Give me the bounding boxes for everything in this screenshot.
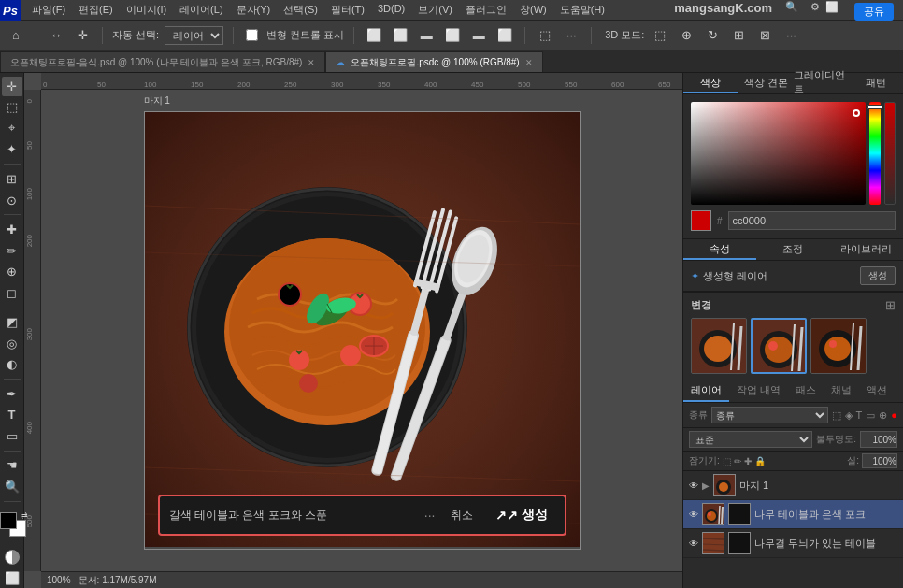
foreground-color[interactable] bbox=[0, 512, 17, 529]
prompt-generate-button[interactable]: ↗ 생성 bbox=[488, 503, 555, 527]
text-tool[interactable]: T bbox=[2, 406, 22, 425]
tab-pattern[interactable]: 패턴 bbox=[848, 73, 903, 93]
filter-active-icon[interactable]: ● bbox=[891, 409, 897, 421]
tab-close-food[interactable]: ✕ bbox=[308, 58, 315, 67]
menu-item-file[interactable]: 파일(F) bbox=[32, 3, 65, 17]
3d-icon-3[interactable]: ↻ bbox=[702, 25, 723, 46]
menu-item-select[interactable]: 선택(S) bbox=[283, 3, 318, 17]
filter-shape-icon[interactable]: ▭ bbox=[866, 409, 875, 422]
tab-history[interactable]: 작업 내역 bbox=[729, 380, 788, 402]
menu-item-help[interactable]: 도움말(H) bbox=[560, 3, 605, 17]
dodge-tool[interactable]: ◐ bbox=[2, 355, 22, 375]
arrow-group[interactable]: ▶ bbox=[702, 480, 710, 491]
lock-pixels-icon[interactable]: ⬚ bbox=[723, 456, 731, 466]
layer-item-wood-table[interactable]: 👁 나무결 무늬가 있는 테이블 bbox=[683, 529, 903, 558]
filter-dropdown[interactable]: 종류 bbox=[711, 407, 828, 423]
menu-item-filter[interactable]: 필터(T) bbox=[331, 3, 365, 17]
eye-table-fork[interactable]: 👁 bbox=[689, 509, 698, 520]
home-icon[interactable]: ⌂ bbox=[6, 25, 26, 46]
alpha-bar[interactable] bbox=[884, 102, 896, 205]
layer-item-table-fork[interactable]: 👁 나무 테이블과 은색 포크 bbox=[683, 500, 903, 529]
grid-icon[interactable]: ⊞ bbox=[885, 298, 896, 312]
filter-adjust-icon[interactable]: ◈ bbox=[845, 409, 853, 422]
magic-wand-tool[interactable]: ✦ bbox=[2, 140, 22, 160]
zoom-tool[interactable]: 🔍 bbox=[2, 477, 22, 496]
opacity-input[interactable] bbox=[860, 431, 897, 448]
align-left-icon[interactable]: ⬜ bbox=[364, 25, 384, 46]
shape-tool[interactable]: ▭ bbox=[2, 426, 22, 446]
pen-tool[interactable]: ✒ bbox=[2, 384, 22, 404]
screen-mode-icon[interactable]: ⬜ bbox=[2, 568, 22, 588]
prompt-cancel-button[interactable]: 취소 bbox=[443, 504, 480, 527]
spot-heal-tool[interactable]: ✚ bbox=[2, 220, 22, 239]
filter-pixel-icon[interactable]: ⬚ bbox=[832, 409, 841, 422]
hand-tool[interactable]: ☚ bbox=[2, 456, 22, 476]
align-right-icon[interactable]: ▬ bbox=[416, 25, 437, 46]
lock-pos-icon[interactable]: ✏ bbox=[734, 456, 741, 466]
hue-bar[interactable] bbox=[869, 102, 881, 205]
tab-channels[interactable]: 채널 bbox=[824, 380, 859, 402]
blur-tool[interactable]: ◎ bbox=[2, 334, 22, 353]
tab-food-psd[interactable]: 오픈채팅프로필-음식.psd @ 100% (나무 테이블과 은색 포크, RG… bbox=[0, 51, 325, 72]
distribute-icon[interactable]: ⬚ bbox=[535, 25, 555, 46]
fill-input[interactable] bbox=[862, 453, 897, 468]
eye-group[interactable]: 👁 bbox=[689, 480, 698, 491]
tab-color[interactable]: 색상 bbox=[683, 73, 738, 93]
tab-gradient[interactable]: 그레이디언트 bbox=[794, 73, 849, 93]
menu-item-3d[interactable]: 3D(D) bbox=[378, 3, 405, 17]
current-color[interactable] bbox=[691, 210, 711, 231]
tab-adjustments[interactable]: 조정 bbox=[756, 239, 829, 260]
generate-button[interactable]: 생성 bbox=[860, 266, 896, 285]
3d-icon-2[interactable]: ⊕ bbox=[676, 25, 696, 46]
menu-item-image[interactable]: 이미지(I) bbox=[126, 3, 166, 17]
auto-select-dropdown[interactable]: 레이어 bbox=[165, 26, 223, 45]
tab-layers[interactable]: 레이어 bbox=[683, 380, 729, 402]
transform-checkbox[interactable] bbox=[246, 29, 258, 41]
tab-libraries[interactable]: 라이브러리 bbox=[830, 239, 903, 260]
align-bottom-icon[interactable]: ⬜ bbox=[494, 25, 515, 46]
more-3d-icon[interactable]: ··· bbox=[781, 25, 801, 46]
eyedropper-tool[interactable]: ⊙ bbox=[2, 191, 22, 210]
arrow-icon[interactable]: ↔ bbox=[46, 25, 66, 46]
clone-stamp-tool[interactable]: ⊕ bbox=[2, 262, 22, 281]
move-icon-toolbar[interactable]: ✛ bbox=[72, 25, 93, 46]
move-tool[interactable]: ✛ bbox=[2, 77, 22, 96]
align-middle-icon[interactable]: ▬ bbox=[468, 25, 489, 46]
menu-item-edit[interactable]: 편집(E) bbox=[79, 3, 113, 17]
tab-close-profile[interactable]: ✕ bbox=[525, 58, 533, 67]
gradient-tool[interactable]: ◩ bbox=[2, 312, 22, 332]
quick-mask-icon[interactable] bbox=[2, 548, 22, 567]
eraser-tool[interactable]: ◻ bbox=[2, 283, 22, 303]
hex-input[interactable] bbox=[728, 211, 896, 230]
eye-wood-table[interactable]: 👁 bbox=[689, 538, 698, 549]
more-toolbar-icon[interactable]: ··· bbox=[561, 25, 581, 46]
variation-1[interactable] bbox=[691, 318, 747, 374]
layer-item-group[interactable]: 👁 ▶ 마지 1 bbox=[683, 471, 903, 500]
filter-text-icon[interactable]: T bbox=[856, 409, 863, 421]
align-top-icon[interactable]: ⬜ bbox=[442, 25, 463, 46]
blend-mode-dropdown[interactable]: 표준 bbox=[689, 431, 812, 448]
variation-2[interactable] bbox=[751, 318, 807, 374]
variation-3[interactable] bbox=[810, 318, 867, 374]
share-button[interactable]: 공유 bbox=[854, 3, 894, 21]
3d-icon-1[interactable]: ⬚ bbox=[650, 25, 670, 46]
3d-icon-4[interactable]: ⊞ bbox=[728, 25, 749, 46]
align-center-icon[interactable]: ⬜ bbox=[390, 25, 410, 46]
tab-properties[interactable]: 속성 bbox=[683, 239, 756, 260]
menu-item-text[interactable]: 문자(Y) bbox=[236, 3, 271, 17]
tab-profile-psdc[interactable]: ☁ 오픈채팅프로필.psdc @ 100% (RGB/8#) ✕ bbox=[325, 51, 542, 72]
menu-item-window[interactable]: 창(W) bbox=[520, 3, 547, 17]
lasso-tool[interactable]: ⌖ bbox=[2, 119, 22, 138]
tab-actions[interactable]: 액션 bbox=[859, 380, 895, 402]
color-spectrum[interactable] bbox=[691, 102, 866, 205]
lock-art-icon[interactable]: ✚ bbox=[744, 456, 752, 466]
menu-item-layer[interactable]: 레이어(L) bbox=[179, 3, 222, 17]
swap-colors-icon[interactable]: ⇄ bbox=[21, 510, 28, 520]
prompt-more-button[interactable]: ··· bbox=[424, 508, 436, 523]
menu-item-view[interactable]: 보기(V) bbox=[418, 3, 452, 17]
lock-all-icon[interactable]: 🔒 bbox=[754, 456, 766, 466]
tab-swatches[interactable]: 색상 견본 bbox=[738, 73, 794, 93]
expand-icon[interactable]: ⬜ bbox=[822, 1, 842, 13]
filter-smart-icon[interactable]: ⊕ bbox=[879, 409, 887, 422]
3d-icon-5[interactable]: ⊠ bbox=[754, 25, 775, 46]
